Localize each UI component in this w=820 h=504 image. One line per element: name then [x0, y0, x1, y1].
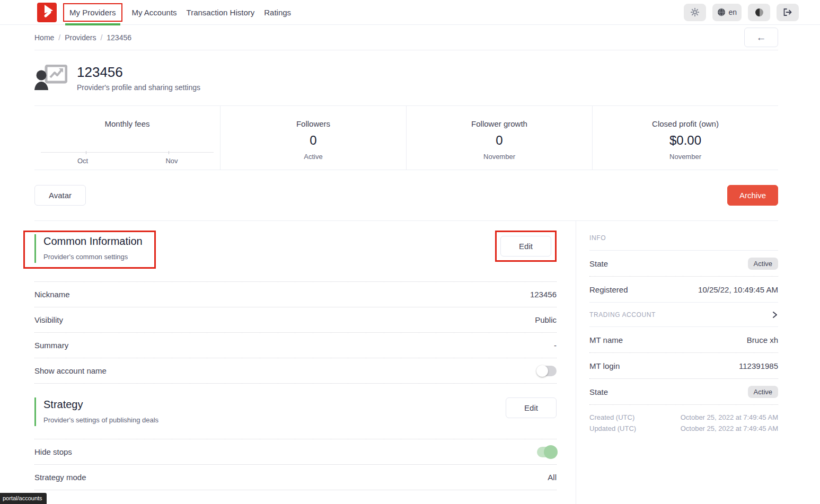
toggle-knob: [544, 445, 558, 459]
breadcrumb-separator: /: [58, 33, 60, 42]
stat-follower-growth: Follower growth 0 November: [406, 106, 592, 170]
breadcrumb: Home / Providers / 123456: [34, 33, 131, 42]
sidebar-label: Registered: [589, 285, 628, 294]
stat-caption: November: [593, 153, 778, 161]
page-header: 123456 Provider's profile and sharing se…: [34, 50, 778, 105]
gear-icon: [691, 8, 699, 16]
axis-label-nov: Nov: [165, 157, 178, 165]
page-header-text: 123456 Provider's profile and sharing se…: [77, 64, 200, 92]
annotation-box-common-information: Common Information Provider's common set…: [23, 231, 156, 269]
sidebar-label: State: [589, 387, 608, 396]
stat-closed-profit: Closed profit (own) $0.00 November: [592, 106, 778, 170]
sidebar-label: MT name: [589, 335, 623, 344]
status-badge: Active: [748, 386, 778, 398]
nav-item-ratings[interactable]: Ratings: [263, 5, 292, 20]
nav-label: My Providers: [69, 8, 116, 17]
stat-caption: November: [407, 153, 592, 161]
breadcrumb-row: Home / Providers / 123456 ←: [34, 25, 778, 50]
theme-toggle-button[interactable]: [748, 4, 770, 21]
sidebar-row-registered: Registered 10/25/22, 10:49:45 AM: [589, 277, 778, 303]
monthly-fees-chart-axis: [41, 152, 214, 153]
language-button[interactable]: en: [712, 4, 742, 21]
settings-button[interactable]: [684, 4, 706, 21]
back-arrow-icon: ←: [756, 32, 766, 43]
trading-account-section-toggle[interactable]: TRADING ACCOUNT: [589, 303, 778, 327]
breadcrumb-separator: /: [100, 33, 102, 42]
sidebar-row-mt-login: MT login 112391985: [589, 353, 778, 379]
archive-button[interactable]: Archive: [727, 185, 778, 206]
stat-title: Follower growth: [407, 119, 592, 128]
nav-items: My Providers My Accounts Transaction His…: [63, 3, 292, 22]
stats-row: Monthly fees Oct Nov Followers 0 Active …: [34, 105, 778, 170]
hide-stops-toggle[interactable]: [537, 447, 557, 457]
sidebar-value: 10/25/22, 10:49:45 AM: [698, 285, 778, 294]
page-subtitle: Provider's profile and sharing settings: [77, 83, 200, 92]
axis-tick: [169, 151, 169, 154]
stat-followers: Followers 0 Active: [220, 106, 406, 170]
section-subtitle: Provider's settings of publishing deals: [43, 416, 158, 424]
section-title: Common Information: [43, 235, 143, 247]
sidebar-row-mt-name: MT name Bruce xh: [589, 327, 778, 353]
sidebar-label: State: [589, 259, 608, 268]
provider-avatar-icon: [34, 65, 67, 91]
stat-value: 0: [407, 133, 592, 148]
nav-actions: en: [684, 4, 799, 21]
sidebar-value: 112391985: [739, 361, 778, 370]
annotation-box-edit-button: Edit: [495, 231, 557, 262]
field-value: Public: [535, 315, 557, 324]
field-row-hide-stops: Hide stops: [34, 439, 557, 465]
breadcrumb-providers[interactable]: Providers: [65, 33, 96, 42]
chevron-right-icon: [772, 311, 778, 319]
stat-value: 0: [221, 133, 406, 148]
field-row-summary: Summary -: [34, 333, 557, 358]
actions-row: Avatar Archive: [34, 170, 778, 221]
field-value: 123456: [530, 290, 557, 299]
nav-item-my-providers[interactable]: My Providers: [63, 3, 122, 22]
nav-item-my-accounts[interactable]: My Accounts: [131, 5, 178, 20]
created-label: Created (UTC): [589, 413, 636, 421]
axis-label-oct: Oct: [77, 157, 88, 165]
field-label: Visibility: [34, 315, 63, 324]
nav-item-transaction-history[interactable]: Transaction History: [186, 5, 256, 20]
language-label: en: [728, 8, 737, 16]
common-fields: Nickname 123456 Visibility Public Summar…: [34, 281, 557, 384]
strategy-fields: Hide stops Strategy mode All: [34, 439, 557, 490]
sidebar-label: MT login: [589, 361, 620, 370]
show-account-name-toggle[interactable]: [537, 366, 557, 376]
field-row-show-account-name: Show account name: [34, 358, 557, 384]
field-row-strategy-mode: Strategy mode All: [34, 465, 557, 490]
avatar-button[interactable]: Avatar: [34, 185, 86, 206]
logout-button[interactable]: [777, 4, 799, 21]
info-sidebar: INFO State Active Registered 10/25/22, 1…: [576, 221, 778, 504]
section-subtitle: Provider's common settings: [43, 253, 143, 261]
logout-icon: [783, 8, 792, 16]
back-button[interactable]: ←: [744, 28, 778, 47]
stat-title: Monthly fees: [34, 119, 220, 128]
stat-value: $0.00: [593, 133, 778, 148]
breadcrumb-home[interactable]: Home: [34, 33, 54, 42]
axis-tick: [86, 151, 86, 154]
page-title: 123456: [77, 64, 200, 81]
toggle-knob: [536, 365, 548, 377]
trading-account-heading: TRADING ACCOUNT: [589, 311, 656, 319]
sidebar-value: Bruce xh: [747, 335, 778, 344]
edit-strategy-button[interactable]: Edit: [506, 397, 557, 418]
top-nav: My Providers My Accounts Transaction His…: [0, 0, 820, 25]
stat-monthly-fees: Monthly fees Oct Nov: [34, 106, 220, 170]
updated-label: Updated (UTC): [589, 425, 636, 432]
sidebar-row-account-state: State Active: [589, 379, 778, 405]
edit-common-button[interactable]: Edit: [500, 236, 551, 257]
created-value: October 25, 2022 at 7:49:45 AM: [636, 413, 778, 421]
field-label: Strategy mode: [34, 473, 86, 482]
field-label: Hide stops: [34, 447, 72, 456]
section-header-strategy: Strategy Provider's settings of publishi…: [34, 397, 158, 426]
brand-logo-icon[interactable]: [37, 3, 57, 22]
sidebar-row-state: State Active: [589, 251, 778, 277]
globe-icon: [717, 8, 726, 16]
stat-caption: Active: [221, 153, 406, 161]
section-header-common: Common Information Provider's common set…: [34, 234, 143, 263]
field-row-nickname: Nickname 123456: [34, 282, 557, 307]
updated-value: October 25, 2022 at 7:49:45 AM: [636, 425, 778, 432]
section-title: Strategy: [43, 399, 158, 411]
field-value: All: [548, 473, 557, 482]
